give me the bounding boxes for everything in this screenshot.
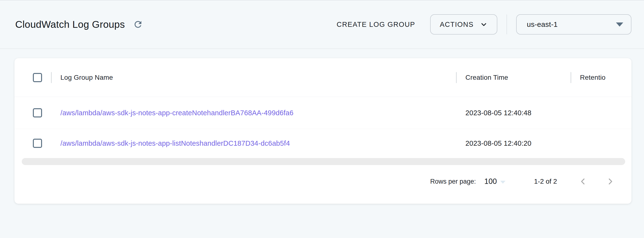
select-all-checkbox[interactable] [33, 73, 42, 82]
top-header-bar: CloudWatch Log Groups CREATE LOG GROUP A… [0, 0, 644, 49]
row-checkbox-cell [33, 108, 42, 118]
previous-page-button[interactable] [578, 177, 588, 186]
actions-button-label: ACTIONS [440, 20, 474, 28]
table-header-row: Log Group Name Creation Time Retentio [14, 58, 632, 97]
pagination-bar: Rows per page: 100 1-2 of 2 [430, 172, 615, 191]
log-group-link[interactable]: /aws/lambda/aws-sdk-js-notes-app-listNot… [60, 140, 290, 147]
column-header-retention: Retentio [570, 74, 632, 82]
chevron-right-icon [606, 177, 615, 186]
column-header-creation-time: Creation Time [456, 74, 570, 82]
header-actions-group: CREATE LOG GROUP ACTIONS us-east-1 [336, 14, 632, 34]
table-row: /aws/lambda/aws-sdk-js-notes-app-createN… [14, 97, 632, 129]
header-vertical-divider [506, 14, 507, 34]
row-checkbox[interactable] [33, 139, 42, 148]
caret-down-icon [616, 22, 623, 26]
pagination-range-label: 1-2 of 2 [534, 178, 557, 185]
column-divider [456, 72, 457, 83]
log-group-name-cell: /aws/lambda/aws-sdk-js-notes-app-createN… [60, 109, 456, 117]
horizontal-scrollbar[interactable] [22, 158, 625, 165]
row-checkbox[interactable] [33, 108, 42, 118]
column-header-log-group-name: Log Group Name [51, 74, 456, 82]
refresh-button[interactable] [132, 18, 144, 30]
rows-per-page-value: 100 [484, 177, 497, 186]
column-divider [51, 72, 52, 83]
log-groups-card: Log Group Name Creation Time Retentio /a… [14, 58, 632, 204]
row-checkbox-cell [33, 139, 42, 148]
refresh-icon [133, 19, 143, 30]
creation-time-cell: 2023-08-05 12:40:48 [456, 109, 570, 117]
next-page-button[interactable] [605, 177, 615, 186]
column-divider [570, 72, 571, 83]
chevron-left-icon [578, 177, 588, 186]
log-group-name-cell: /aws/lambda/aws-sdk-js-notes-app-listNot… [60, 140, 456, 148]
region-selector-value: us-east-1 [527, 20, 558, 28]
log-group-link[interactable]: /aws/lambda/aws-sdk-js-notes-app-createN… [60, 109, 293, 117]
header-checkbox-cell [33, 73, 42, 82]
caret-down-icon [500, 181, 506, 184]
creation-time-cell: 2023-08-05 12:40:20 [456, 140, 570, 148]
table-row: /aws/lambda/aws-sdk-js-notes-app-listNot… [14, 129, 632, 158]
rows-per-page-label: Rows per page: [430, 178, 476, 185]
rows-per-page-select[interactable]: 100 [484, 177, 506, 186]
create-log-group-button[interactable]: CREATE LOG GROUP [336, 20, 415, 28]
actions-button[interactable]: ACTIONS [430, 14, 497, 34]
region-selector[interactable]: us-east-1 [516, 14, 632, 34]
page-title: CloudWatch Log Groups [15, 19, 125, 30]
chevron-down-icon [480, 20, 488, 28]
